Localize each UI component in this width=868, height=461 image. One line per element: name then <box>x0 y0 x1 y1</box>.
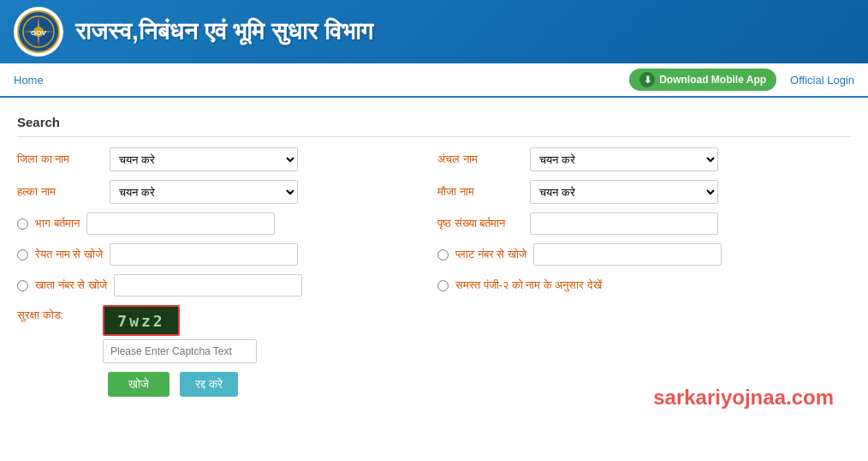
halka-select[interactable]: चयन करे <box>110 180 298 204</box>
raiyat-radio[interactable] <box>17 249 28 260</box>
khata-input[interactable] <box>114 274 302 296</box>
row-halka-mauja: हल्का नाम चयन करे मौजा नाम चयन करे <box>17 180 851 204</box>
col-anchal: अंचल नाम चयन करे <box>437 147 851 171</box>
navbar-left: Home <box>14 74 44 87</box>
khata-radio[interactable] <box>17 280 28 291</box>
prishtha-label: पृष्ठ संख्या बर्तमान <box>437 217 523 230</box>
raiyat-label: रेयत नाम से खोजे <box>35 248 103 261</box>
plot-input[interactable] <box>533 243 722 266</box>
prishtha-input[interactable] <box>530 213 718 235</box>
official-login-link[interactable]: Official Login <box>790 74 854 87</box>
col-halka: हल्का नाम चयन करे <box>17 180 431 204</box>
col-mauja: मौजा नाम चयन करे <box>437 180 851 204</box>
download-label: Download Mobile App <box>659 74 766 86</box>
anchal-label: अंचल नाम <box>437 153 523 166</box>
row-raiyat-plot: रेयत नाम से खोजे प्लाट नंबर से खोजे <box>17 243 851 266</box>
mauja-select[interactable]: चयन करे <box>530 180 718 204</box>
col-prishtha: पृष्ठ संख्या बर्तमान <box>437 213 851 235</box>
captcha-area: 7wz2 <box>103 305 257 363</box>
samast-label: समस्त पंजी-२ को नाम के अनुसार देखें <box>455 278 602 292</box>
col-bhaag: भाग बर्तमान <box>17 213 431 235</box>
download-icon: ⬇ <box>639 72 655 87</box>
raiyat-input[interactable] <box>110 243 298 266</box>
samast-radio[interactable] <box>437 280 449 291</box>
search-section-title: Search <box>17 115 851 137</box>
search-button[interactable]: खोजे <box>108 372 169 397</box>
navbar-right: ⬇ Download Mobile App Official Login <box>629 69 854 91</box>
logo: GOV <box>14 7 63 57</box>
row-bhaag-prishtha: भाग बर्तमान पृष्ठ संख्या बर्तमान <box>17 213 851 235</box>
row-district-anchal: जिला का नाम चयन करे अंचल नाम चयन करे <box>17 147 851 171</box>
col-district: जिला का नाम चयन करे <box>17 147 431 171</box>
district-label: जिला का नाम <box>17 153 103 166</box>
captcha-image: 7wz2 <box>103 305 180 336</box>
captcha-input[interactable] <box>103 339 257 363</box>
navbar: Home ⬇ Download Mobile App Official Logi… <box>0 63 868 98</box>
page-wrapper: GOV राजस्व,निबंधन एवं भूमि सुधार विभाग H… <box>0 0 868 461</box>
bhaag-label: भाग बर्तमान <box>35 217 80 230</box>
halka-label: हल्का नाम <box>17 185 103 199</box>
col-plot: प्लाट नंबर से खोजे <box>437 243 851 266</box>
buttons-row: खोजे रद्द करे <box>108 372 851 397</box>
download-app-button[interactable]: ⬇ Download Mobile App <box>629 69 776 91</box>
bhaag-input[interactable] <box>86 213 275 235</box>
col-raiyat: रेयत नाम से खोजे <box>17 243 431 266</box>
reset-button[interactable]: रद्द करे <box>180 372 238 397</box>
anchal-select[interactable]: चयन करे <box>530 147 718 171</box>
svg-text:GOV: GOV <box>31 29 46 37</box>
header-title: राजस्व,निबंधन एवं भूमि सुधार विभाग <box>75 18 373 46</box>
mauja-label: मौजा नाम <box>437 185 523 199</box>
captcha-row: सुरक्षा कोड: 7wz2 <box>17 305 851 363</box>
main-content: Search जिला का नाम चयन करे अंचल नाम चयन … <box>0 105 868 407</box>
col-khata: खाता नंबर से खोजे <box>17 274 431 296</box>
khata-label: खाता नंबर से खोजे <box>35 278 107 292</box>
bhaag-radio[interactable] <box>17 219 28 230</box>
row-khata-samast: खाता नंबर से खोजे समस्त पंजी-२ को नाम के… <box>17 274 851 296</box>
col-samast: समस्त पंजी-२ को नाम के अनुसार देखें <box>437 278 851 292</box>
district-select[interactable]: चयन करे <box>110 147 298 171</box>
header: GOV राजस्व,निबंधन एवं भूमि सुधार विभाग <box>0 0 868 63</box>
captcha-label: सुरक्षा कोड: <box>17 305 103 322</box>
home-link[interactable]: Home <box>14 74 44 87</box>
plot-radio[interactable] <box>437 249 449 260</box>
plot-label: प्लाट नंबर से खोजे <box>455 248 526 261</box>
